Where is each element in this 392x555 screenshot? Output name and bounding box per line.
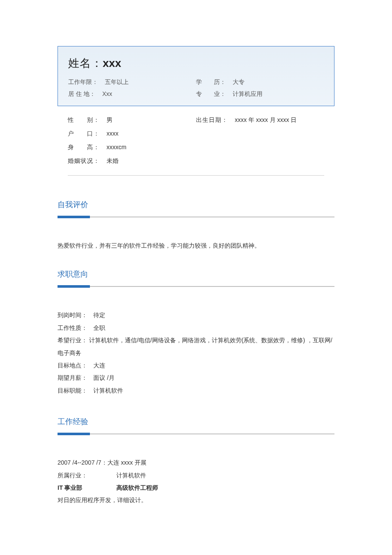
marital-value: 未婚 xyxy=(107,157,118,165)
work-dept-row: IT 事业部 高级软件工程师 xyxy=(58,482,334,494)
work-position-value: 高级软件工程师 xyxy=(116,482,158,494)
function-label: 目标职能： xyxy=(58,384,93,397)
industry-label: 希望行业： xyxy=(58,337,87,344)
arrival-row: 到岗时间： 待定 xyxy=(58,309,334,321)
height-row: 身 高： xxxxcm xyxy=(68,144,196,151)
work-years-value: 五年以上 xyxy=(105,78,129,86)
nature-value: 全职 xyxy=(93,322,105,334)
residence-value: Xxx xyxy=(102,90,112,98)
section-rule xyxy=(58,433,334,435)
work-industry-value: 计算机软件 xyxy=(116,469,146,482)
gender-label: 性 别： xyxy=(68,116,100,124)
work-period-company: 2007 /4--2007 /7：大连 xxxx 开展 xyxy=(58,457,334,469)
birth-label: 出生日期： xyxy=(196,116,228,124)
work-years-label: 工作年限： xyxy=(68,78,98,86)
nature-row: 工作性质： 全职 xyxy=(58,322,334,334)
salary-row: 期望月薪： 面议 /月 xyxy=(58,372,334,384)
job-intent-section: 求职意向 到岗时间： 待定 工作性质： 全职 希望行业： 计算机软件，通信/电信… xyxy=(58,269,334,397)
marital-label: 婚姻状况： xyxy=(68,157,100,165)
work-industry-row: 所属行业： 计算机软件 xyxy=(58,469,334,482)
arrival-label: 到岗时间： xyxy=(58,309,93,321)
industry-value: 计算机软件，通信/电信/网络设备，网络游戏，计算机效劳(系统、数据效劳，维修) … xyxy=(58,337,332,356)
resume-header-box: 姓名：xxx 工作年限： 五年以上 学 历： 大专 居 住 地： Xxx 专 业… xyxy=(58,46,334,106)
education-value: 大专 xyxy=(233,78,245,86)
sub-info-divider xyxy=(68,175,324,176)
marital-row: 婚姻状况： 未婚 xyxy=(68,157,196,165)
location-value: 大连 xyxy=(93,359,105,372)
work-dept-label: IT 事业部 xyxy=(58,482,116,494)
name-line: 姓名：xxx xyxy=(68,56,324,71)
gender-row: 性 别： 男 xyxy=(68,116,196,124)
nature-label: 工作性质： xyxy=(58,322,93,334)
gender-value: 男 xyxy=(107,116,112,124)
work-experience-body: 2007 /4--2007 /7：大连 xxxx 开展 所属行业： 计算机软件 … xyxy=(58,457,334,507)
function-value: 计算机软件 xyxy=(93,384,123,397)
self-evaluation-title: 自我评价 xyxy=(58,199,334,210)
job-intent-title: 求职意向 xyxy=(58,269,334,279)
hukou-value: xxxx xyxy=(107,130,118,138)
major-value: 计算机应用 xyxy=(233,90,262,98)
salary-label: 期望月薪： xyxy=(58,372,93,384)
arrival-value: 待定 xyxy=(93,309,105,321)
job-intent-body: 到岗时间： 待定 工作性质： 全职 希望行业： 计算机软件，通信/电信/网络设备… xyxy=(58,309,334,397)
self-evaluation-section: 自我评价 热爱软件行业，并有三年的软件工作经验，学习能力较强，良好的团队精神。 xyxy=(58,199,334,252)
work-experience-section: 工作经验 2007 /4--2007 /7：大连 xxxx 开展 所属行业： 计… xyxy=(58,416,334,507)
location-label: 目标地点： xyxy=(58,359,93,372)
education-row: 学 历： 大专 xyxy=(196,78,324,86)
self-evaluation-body: 热爱软件行业，并有三年的软件工作经验，学习能力较强，良好的团队精神。 xyxy=(58,240,334,252)
work-years-row: 工作年限： 五年以上 xyxy=(68,78,196,86)
salary-value: 面议 /月 xyxy=(93,372,115,384)
hukou-row: 户 口： xxxx xyxy=(68,130,196,138)
sub-info-block: 性 别： 男 出生日期： xxxx 年 xxxx 月 xxxx 日 户 口： x… xyxy=(58,106,334,176)
major-row: 专 业： 计算机应用 xyxy=(196,90,324,98)
birth-row: 出生日期： xxxx 年 xxxx 月 xxxx 日 xyxy=(196,116,324,124)
height-label: 身 高： xyxy=(68,144,100,151)
residence-label: 居 住 地： xyxy=(68,90,95,98)
function-row: 目标职能： 计算机软件 xyxy=(58,384,334,397)
work-desc: 对日的应用程序开发，详细设计。 xyxy=(58,494,334,506)
section-rule xyxy=(58,216,334,218)
name-label: 姓名： xyxy=(68,57,103,69)
residence-row: 居 住 地： Xxx xyxy=(68,90,196,98)
work-industry-label: 所属行业： xyxy=(58,469,116,482)
major-label: 专 业： xyxy=(196,90,226,98)
name-value: xxx xyxy=(103,57,121,69)
birth-value: xxxx 年 xxxx 月 xxxx 日 xyxy=(235,116,297,124)
work-experience-title: 工作经验 xyxy=(58,416,334,427)
hukou-label: 户 口： xyxy=(68,130,100,138)
education-label: 学 历： xyxy=(196,78,226,86)
header-info-grid: 工作年限： 五年以上 学 历： 大专 居 住 地： Xxx 专 业： 计算机应用 xyxy=(68,78,324,98)
section-rule xyxy=(58,285,334,288)
location-row: 目标地点： 大连 xyxy=(58,359,334,372)
height-value: xxxxcm xyxy=(107,144,127,151)
industry-row: 希望行业： 计算机软件，通信/电信/网络设备，网络游戏，计算机效劳(系统、数据效… xyxy=(58,334,334,359)
